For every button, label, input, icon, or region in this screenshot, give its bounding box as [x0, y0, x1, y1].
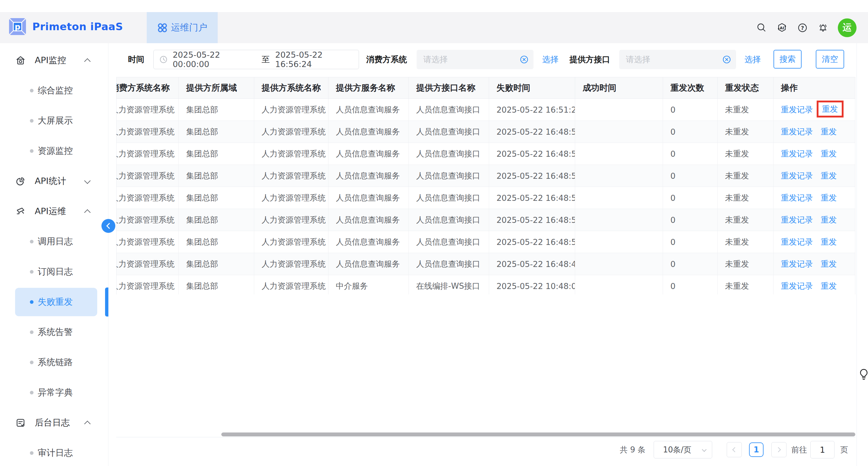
sidebar-item-label: 大屏展示	[38, 115, 73, 127]
table-row: 人力资源管理系统集团总部人力资源管理系统中介服务在线编排-WS接口2025-05…	[116, 275, 855, 295]
sidebar-item-9[interactable]: 系统告警	[0, 317, 108, 347]
chevron-left-icon	[733, 447, 738, 453]
table-cell: 2025-05-22 10:48:09	[489, 275, 575, 295]
results-table: 消费方系统名称提供方所属域提供方系统名称提供方服务名称提供方接口名称失败时间成功…	[116, 77, 855, 294]
table-cell: 2025-05-22 16:48:55	[489, 209, 575, 231]
time-range-picker[interactable]: 2025-05-22 00:00:00 至 2025-05-22 16:56:2…	[153, 50, 359, 69]
page-size-select[interactable]: 10条/页	[654, 441, 712, 459]
provider-interface-input[interactable]: 请选择	[619, 50, 736, 69]
consumer-system-label: 消费方系统	[366, 54, 407, 65]
table-cell: 人力资源管理系统	[116, 143, 179, 165]
table-cell: 0	[663, 165, 717, 187]
resend-record-link[interactable]: 重发记录	[781, 193, 813, 203]
sidebar-item-label: 综合监控	[38, 85, 73, 97]
doc-icon	[15, 417, 26, 428]
sidebar-item-4[interactable]: API统计	[0, 166, 108, 196]
consumer-select-link[interactable]: 选择	[542, 54, 559, 65]
column-header: 失败时间	[489, 77, 575, 99]
consumer-placeholder: 请选择	[423, 54, 448, 65]
notification-bell-icon[interactable]	[817, 22, 829, 33]
sidebar-item-12[interactable]: 后台日志	[0, 408, 108, 438]
sidebar-item-7[interactable]: 订阅日志	[0, 257, 108, 287]
provider-select-link[interactable]: 选择	[745, 54, 761, 65]
table-cell	[575, 187, 663, 209]
table-cell: 人员信息查询接口	[408, 209, 489, 231]
prev-page-button[interactable]	[727, 442, 742, 457]
table-row: 人力资源管理系统集团总部人力资源管理系统人员信息查询服务人员信息查询接口2025…	[116, 231, 855, 253]
resend-record-link[interactable]: 重发记录	[781, 149, 813, 158]
table-cell: 人员信息查询接口	[408, 143, 489, 165]
table-cell	[575, 99, 663, 121]
resend-record-link[interactable]: 重发记录	[781, 259, 813, 269]
consumer-system-input[interactable]: 请选择	[416, 50, 533, 69]
table-cell: 未重发	[717, 231, 773, 253]
next-page-button[interactable]	[771, 442, 786, 457]
provider-placeholder: 请选择	[626, 54, 650, 65]
table-cell: 人力资源管理系统	[116, 187, 179, 209]
goto-page-input[interactable]	[810, 441, 835, 459]
tab-ops-portal[interactable]: 运维门户	[147, 12, 218, 43]
bullet-dot-icon	[30, 361, 33, 364]
table-cell: 2025-05-22 16:48:44	[489, 253, 575, 275]
user-avatar[interactable]: 运	[838, 19, 857, 37]
clear-circle-icon[interactable]	[520, 55, 529, 64]
sidebar-item-3[interactable]: 资源监控	[0, 136, 108, 166]
table-cell: 集团总部	[179, 275, 254, 295]
sidebar-item-2[interactable]: 大屏展示	[0, 106, 108, 136]
sidebar-item-11[interactable]: 异常字典	[0, 377, 108, 408]
table-body: 人力资源管理系统集团总部人力资源管理系统人员信息查询服务人员信息查询接口2025…	[116, 99, 855, 295]
resend-link[interactable]: 重发	[822, 104, 838, 114]
sidebar-item-0[interactable]: API监控	[0, 45, 108, 75]
resend-link[interactable]: 重发	[821, 281, 837, 290]
column-header: 消费方系统名称	[116, 77, 179, 99]
search-button[interactable]: 搜索	[774, 50, 802, 68]
resend-link[interactable]: 重发	[821, 171, 837, 180]
sidebar-item-6[interactable]: 调用日志	[0, 226, 108, 257]
actions-cell: 重发记录重发	[773, 253, 855, 275]
scrollbar-thumb[interactable]	[221, 433, 855, 436]
resend-link[interactable]: 重发	[821, 193, 837, 203]
resend-record-link[interactable]: 重发记录	[781, 105, 813, 114]
table-cell: 人力资源管理系统	[116, 209, 179, 231]
cam-icon	[15, 206, 26, 217]
resend-record-link[interactable]: 重发记录	[781, 215, 813, 224]
table-cell: 未重发	[717, 187, 773, 209]
column-header: 提供方所属域	[179, 77, 254, 99]
bullet-dot-icon	[30, 240, 33, 243]
help-icon[interactable]: ?	[797, 22, 808, 33]
sidebar-item-13[interactable]: 审计日志	[0, 438, 108, 466]
resend-record-link[interactable]: 重发记录	[781, 237, 813, 246]
sidebar-item-5[interactable]: API运维	[0, 196, 108, 226]
sidebar-item-1[interactable]: 综合监控	[0, 75, 108, 106]
logo-letter: p	[15, 22, 21, 31]
resend-record-link[interactable]: 重发记录	[781, 171, 813, 180]
resend-link[interactable]: 重发	[821, 237, 837, 246]
search-icon[interactable]	[756, 22, 767, 33]
bullet-dot-icon	[30, 119, 33, 123]
table-cell: 集团总部	[179, 121, 254, 143]
table-cell	[575, 231, 663, 253]
ai-assistant-icon[interactable]: AI	[776, 22, 788, 33]
table-cell: 0	[663, 231, 717, 253]
table-cell: 人力资源管理系统	[116, 275, 179, 295]
table-cell: 人员信息查询服务	[328, 209, 408, 231]
sidebar-item-8-active[interactable]: 失败重发	[0, 287, 108, 317]
resend-link[interactable]: 重发	[821, 127, 837, 136]
resend-link[interactable]: 重发	[821, 149, 837, 158]
resend-link[interactable]: 重发	[821, 259, 837, 269]
clear-circle-icon[interactable]	[722, 55, 731, 64]
bullet-dot-icon	[30, 451, 33, 455]
lightbulb-icon[interactable]	[859, 368, 868, 381]
sidebar-item-10[interactable]: 系统链路	[0, 347, 108, 377]
table-cell: 人员信息查询服务	[328, 187, 408, 209]
resend-link[interactable]: 重发	[821, 215, 837, 224]
table-row: 人力资源管理系统集团总部人力资源管理系统人员信息查询服务人员信息查询接口2025…	[116, 187, 855, 209]
resend-record-link[interactable]: 重发记录	[781, 127, 813, 136]
table-cell: 人力资源管理系统	[116, 99, 179, 121]
clear-button[interactable]: 清空	[816, 50, 844, 68]
sidebar-collapse-toggle[interactable]	[101, 219, 115, 233]
table-cell: 0	[663, 143, 717, 165]
table-cell: 中介服务	[328, 275, 408, 295]
page-number-1[interactable]: 1	[749, 442, 764, 457]
resend-record-link[interactable]: 重发记录	[781, 281, 813, 290]
